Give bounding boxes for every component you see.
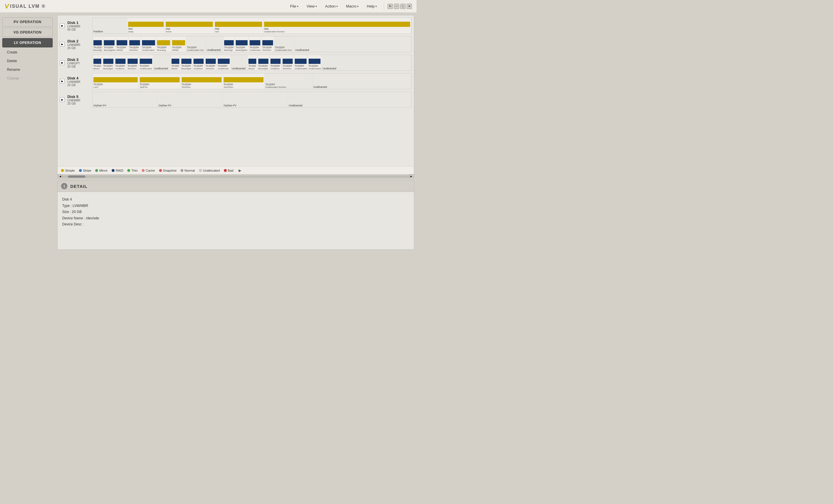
- disk3-seg-9[interactable]: TA152H ShinDen: [205, 55, 217, 71]
- disk4-expand[interactable]: ▶: [60, 79, 65, 83]
- disk3-seg-17[interactable]: TA152H Unallocated: [308, 55, 322, 71]
- legend-stripe-dot: [79, 169, 82, 172]
- disk4-seg-2[interactable]: TA152H ShinDen: [181, 73, 223, 89]
- d4s1-label: TA152H: [140, 83, 180, 86]
- close-button[interactable]: ✕: [407, 4, 412, 9]
- sidebar-delete[interactable]: Delete: [2, 57, 53, 65]
- disk2-seg-8[interactable]: Unalloacted: [206, 36, 223, 52]
- disk2-seg-13[interactable]: TA152H Unallocated Sec: [274, 36, 294, 52]
- horizontal-scrollbar[interactable]: ◀ ▶: [57, 174, 414, 178]
- disk2-seg-5[interactable]: TA152H Mustang: [156, 36, 171, 52]
- sidebar-rename[interactable]: Rename: [2, 66, 53, 73]
- disk3-seg-10[interactable]: TA152H Unallocate: [217, 55, 231, 71]
- minimize-button[interactable]: ─: [394, 4, 399, 9]
- legend-raid-dot: [112, 169, 115, 172]
- disk3-expand[interactable]: ▶: [60, 60, 65, 65]
- disk1-seg-root[interactable]: rhel root: [214, 18, 263, 33]
- d4s1-sub: SpitFire: [140, 86, 180, 89]
- disk2-seg-14[interactable]: Unalloacted: [294, 36, 411, 52]
- disk5-seg-3[interactable]: Unalloacted: [288, 92, 411, 107]
- disk1-seg-partition[interactable]: Partition: [93, 18, 127, 33]
- menu-action[interactable]: Action ▾: [322, 3, 341, 9]
- disk5-seg-2[interactable]: Orphan PV: [223, 92, 288, 107]
- d2s7-sub: Unallocated Sec: [187, 49, 205, 51]
- disk3-seg-14[interactable]: TA152H Unalloca: [269, 55, 282, 71]
- scroll-left-arrow[interactable]: ◀: [58, 175, 62, 179]
- disk2-seg-4[interactable]: TA152H Unallocated: [141, 36, 156, 52]
- disk3-seg-16[interactable]: TA152H Unallocated: [294, 55, 308, 71]
- disk3-seg-7[interactable]: TA152H Beaufight: [181, 55, 193, 71]
- disk2-seg-10[interactable]: TA152H Beaufighter: [235, 36, 249, 52]
- disk-scrollable[interactable]: ▶ Disk 1 LVM/MBR 60 GB Partition rhel: [57, 15, 414, 166]
- disk4-seg-5[interactable]: Unalloacted: [312, 73, 411, 89]
- detail-type-label: Type :: [62, 204, 72, 208]
- disk2-seg-0[interactable]: TA152H Beaufigl: [93, 36, 103, 52]
- disk3-seg-4[interactable]: TA152H Unallocated: [139, 55, 153, 71]
- disk3-seg-12[interactable]: TA152 Beauf: [247, 55, 257, 71]
- disk2-seg-9[interactable]: TA152H Beaufigl: [223, 36, 235, 52]
- disk3-seg-2[interactable]: TA152H Unalloca: [115, 55, 127, 71]
- refresh-button[interactable]: ↻: [387, 4, 393, 9]
- menu-view[interactable]: View ▾: [303, 3, 320, 9]
- d2s6-sub: IAR80: [172, 49, 185, 51]
- disk2-seg-11[interactable]: TA152H Unallocate: [249, 36, 261, 52]
- d3s10-bar: [218, 59, 230, 64]
- disk4-label: Disk 4 LVM/MBR 20 GB: [66, 75, 92, 88]
- vg-operation-button[interactable]: VG OPERATION: [2, 28, 53, 37]
- disk3-seg-13[interactable]: TA152H Beaufight: [257, 55, 269, 71]
- disk2-seg-12[interactable]: TA152H ShinDen: [261, 36, 274, 52]
- disk3-seg-15[interactable]: TA152H ShinDen: [282, 55, 294, 71]
- disk3-seg-11[interactable]: Unalloacted: [231, 55, 247, 71]
- disk2-seg-1[interactable]: TA152H Beaufighter: [103, 36, 116, 52]
- disk3-seg-0[interactable]: TA152 Beauf: [93, 55, 102, 71]
- disk3-seg-1[interactable]: TA152H Beaufight: [102, 55, 115, 71]
- disk5-expand[interactable]: ▶: [60, 97, 65, 102]
- disk1-expand[interactable]: ▶: [60, 23, 65, 28]
- legend-scroll-right[interactable]: ▶: [239, 169, 241, 173]
- disk4-seg-0[interactable]: TA152H La11: [93, 73, 139, 89]
- d4s2-sub: ShinDen: [182, 86, 221, 89]
- disk1-root-bar: [215, 22, 262, 27]
- maximize-button[interactable]: □: [400, 4, 405, 9]
- d3s1-label: TA152H: [103, 65, 113, 67]
- sidebar-create[interactable]: Create: [2, 49, 53, 56]
- d2s0-sub: Beaufigl: [93, 49, 102, 51]
- disk3-seg-5[interactable]: Unalloacted: [153, 55, 171, 71]
- disk3-seg-18[interactable]: Unalloacted: [322, 55, 411, 71]
- menu-macro[interactable]: Macro ▾: [342, 3, 362, 9]
- scroll-right-arrow[interactable]: ▶: [409, 175, 413, 179]
- disk1-seg-home[interactable]: rhel home: [165, 18, 214, 33]
- d3s17-label: TA152H: [309, 65, 320, 67]
- disk4-seg-1[interactable]: TA152H SpitFire: [139, 73, 181, 89]
- disk2-expand[interactable]: ▶: [60, 42, 65, 47]
- disk5-seg-1[interactable]: Orphan PV: [158, 92, 223, 107]
- disk3-seg-6[interactable]: TA152 Beauf: [171, 55, 181, 71]
- disk2-seg-2[interactable]: TA152H IAR80: [116, 36, 128, 52]
- disk2-seg-6[interactable]: TA152H IAR80: [171, 36, 186, 52]
- d2s5-sub: Mustang: [157, 49, 170, 51]
- disk-row-4: ▶ Disk 4 LVM/MBR 20 GB TA152H La11: [60, 73, 411, 89]
- scrollbar-thumb[interactable]: [68, 175, 85, 178]
- legend-normal: Normal: [181, 169, 195, 172]
- logo-text: ISUAL LVM ®: [10, 4, 46, 9]
- disk1-seg-unalloc[interactable]: rhel Unallocated Section: [263, 18, 411, 33]
- menu-help[interactable]: Help ▾: [363, 3, 380, 9]
- legend-simple-label: Simple: [65, 169, 75, 172]
- disk5-seg-0[interactable]: Orphan PV: [93, 92, 158, 107]
- menu-file[interactable]: File ▾: [287, 3, 302, 9]
- disk4-seg-4[interactable]: TA152H Unallocated Section: [265, 73, 312, 89]
- disk2-seg-7[interactable]: TA152H Unallocated Sec: [186, 36, 206, 52]
- disk2-size: 20 GB: [67, 47, 91, 50]
- disk4-seg-3[interactable]: TA152H ShenDen: [223, 73, 265, 89]
- d3s0-sub: Beauf: [93, 67, 101, 70]
- disk3-seg-3[interactable]: TA152H ShinDen: [127, 55, 139, 71]
- disk1-seg-swap[interactable]: rhel swap: [127, 18, 165, 33]
- disk5-type: LVM/MBR: [67, 99, 91, 102]
- lv-operation-button[interactable]: LV OPERATION: [2, 38, 53, 47]
- disk3-seg-8[interactable]: TA152H Unalloca: [193, 55, 205, 71]
- sidebar-change[interactable]: Change: [2, 75, 53, 82]
- disk2-seg-3[interactable]: TA152H ShinDen: [128, 36, 141, 52]
- d2s9-sub: Beaufigl: [224, 49, 234, 51]
- d3s17-sub: Unallocated: [309, 67, 320, 70]
- pv-operation-button[interactable]: PV OPERATION: [2, 17, 53, 27]
